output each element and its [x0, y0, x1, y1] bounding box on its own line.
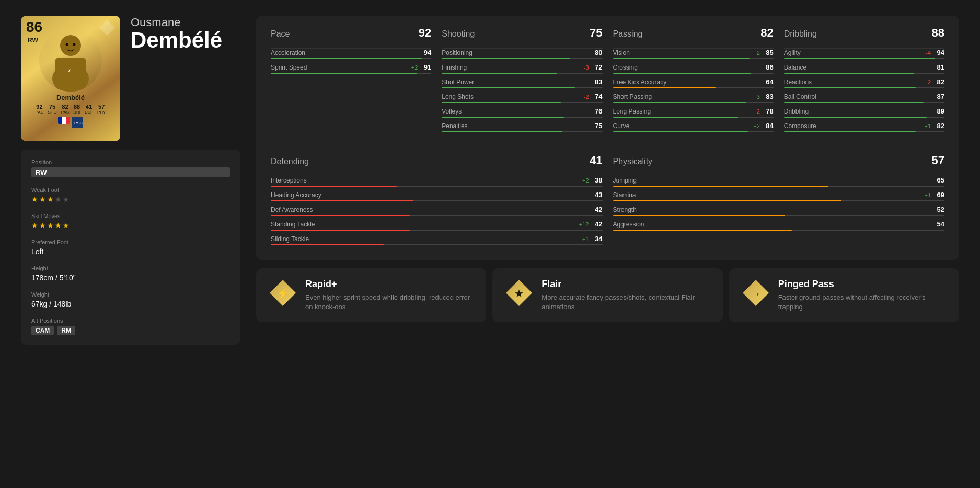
stat-item: Interceptions+238 [271, 176, 603, 187]
svg-point-3 [66, 43, 68, 46]
stat-bar-fill [613, 200, 842, 201]
stat-number: 87 [933, 93, 944, 100]
stat-cat-value-defending: 41 [590, 154, 602, 167]
stat-item-name: Positioning [442, 49, 472, 56]
stat-bar [442, 58, 602, 59]
stat-item-name: Interceptions [271, 177, 307, 184]
stat-bar-fill [613, 117, 739, 118]
stat-item-row: Heading Accuracy43 [271, 191, 603, 199]
stat-bar [271, 73, 431, 74]
stat-modifier: +12 [579, 221, 589, 228]
stat-item-name: Long Shots [442, 93, 474, 100]
stat-item-name: Jumping [613, 177, 637, 184]
stat-item-vals: -494 [926, 49, 944, 56]
stat-item-row: Long Passing-278 [613, 107, 774, 115]
svg-point-0 [60, 35, 81, 56]
stat-item: Reactions-282 [784, 78, 944, 88]
card-stat-def: 41 [86, 104, 92, 110]
height-label: Height [31, 265, 230, 271]
stat-number: 82 [933, 122, 944, 130]
playstyle-name-0: Rapid+ [305, 279, 474, 290]
stat-modifier: -3 [584, 64, 589, 71]
stat-cat-name-shooting: Shooting [442, 29, 475, 39]
stat-modifier: +1 [924, 192, 931, 198]
stat-item-row: Jumping65 [613, 176, 945, 184]
stat-item-row: Dribbling89 [784, 107, 944, 115]
stat-item-vals: 43 [591, 191, 603, 199]
stat-cat-name-pace: Pace [271, 29, 290, 39]
stat-bar-fill [613, 230, 792, 231]
stat-category-defending: Defending41Interceptions+238Heading Accu… [271, 154, 603, 249]
stat-number: 78 [762, 107, 774, 115]
stat-item: Shot Power83 [442, 78, 602, 88]
stat-item-name: Balance [784, 64, 806, 71]
stat-number: 76 [591, 107, 603, 115]
preferred-foot-value: Left [31, 247, 230, 256]
stat-bar [784, 58, 944, 59]
stat-item: Sliding Tackle+134 [271, 235, 603, 245]
stat-bar [613, 230, 945, 231]
stat-item-row: Acceleration94 [271, 49, 431, 56]
stat-bar [613, 87, 774, 88]
stat-item-name: Long Passing [613, 108, 651, 115]
player-name-area: Ousmane Dembélé [131, 16, 222, 56]
stat-bar-fill [613, 102, 746, 103]
stat-item-name: Def Awareness [271, 206, 313, 213]
stat-bar-fill [784, 58, 935, 59]
height-row: Height 178cm / 5'10" [31, 265, 230, 282]
stat-item-vals: +134 [582, 235, 603, 243]
stat-number: 94 [420, 49, 431, 56]
stat-item-row: Aggression54 [613, 220, 945, 228]
stat-item-vals: -274 [584, 93, 603, 100]
height-value: 178cm / 5'10" [31, 274, 230, 282]
stat-item-name: Dribbling [784, 108, 809, 115]
playstyles-row: ⚡ Rapid+Even higher sprint speed while d… [256, 268, 959, 322]
stat-item: Balance81 [784, 63, 944, 74]
stat-item: Agility-494 [784, 49, 944, 59]
stat-bar [613, 186, 945, 187]
playstyle-desc-1: More accurate fancy passes/shots, contex… [541, 293, 710, 312]
stat-number: 72 [591, 63, 603, 71]
stat-number: 69 [933, 191, 944, 199]
card-stat-pac: 92 [36, 104, 42, 110]
left-panel: 86 RW 7 [21, 16, 240, 345]
stat-bar-fill [442, 131, 562, 132]
stat-modifier: +1 [924, 123, 931, 129]
stat-category-physicality: Physicality57Jumping65Stamina+169Strengt… [613, 154, 945, 249]
weak-foot-stars: ★ ★ ★ ★ ★ [31, 195, 230, 203]
position-label: Position [31, 159, 230, 165]
stat-modifier: +3 [753, 94, 760, 100]
stat-item-row: Long Shots-274 [442, 93, 602, 100]
stat-modifier: +1 [582, 236, 589, 242]
stat-cat-value-shooting: 75 [590, 26, 602, 40]
stat-bar [613, 73, 774, 74]
stat-modifier: +2 [753, 123, 760, 129]
stat-item-name: Composure [784, 122, 816, 130]
card-player-name: Dembélé [56, 94, 85, 101]
stat-bar-fill [613, 215, 786, 216]
stat-item-vals: +383 [753, 93, 774, 100]
right-panel: Pace92Acceleration94Sprint Speed+291Shoo… [256, 16, 959, 345]
star-4: ★ [55, 195, 62, 203]
stat-bar-fill [784, 87, 916, 88]
stat-item-vals: +1242 [579, 220, 603, 228]
stat-item-vals: 80 [591, 49, 603, 56]
star-3: ★ [47, 195, 54, 203]
stat-item-row: Standing Tackle+1242 [271, 220, 603, 228]
card-stat-pas: 82 [62, 104, 68, 110]
card-stats: 92PAC 75SHO 82PAS 88DRI 41DEF 57PHY [36, 104, 106, 115]
svg-text:★: ★ [514, 288, 524, 299]
stat-item-vals: 54 [933, 220, 944, 228]
stat-category-shooting: Shooting75Positioning80Finishing-372Shot… [442, 26, 602, 137]
stat-number: 83 [762, 93, 774, 100]
stat-item-vals: 86 [762, 63, 774, 71]
stat-item-row: Free Kick Accuracy64 [613, 78, 774, 86]
stat-bar [442, 87, 602, 88]
stat-modifier: -4 [926, 50, 931, 56]
stat-cat-header-passing: Passing82 [613, 26, 774, 43]
stat-item-name: Free Kick Accuracy [613, 78, 667, 86]
club-badge: PSG [72, 117, 83, 128]
stat-item: Acceleration94 [271, 49, 431, 59]
stat-number: 86 [762, 63, 774, 71]
playstyle-icon-0: ⚡ [269, 279, 297, 309]
